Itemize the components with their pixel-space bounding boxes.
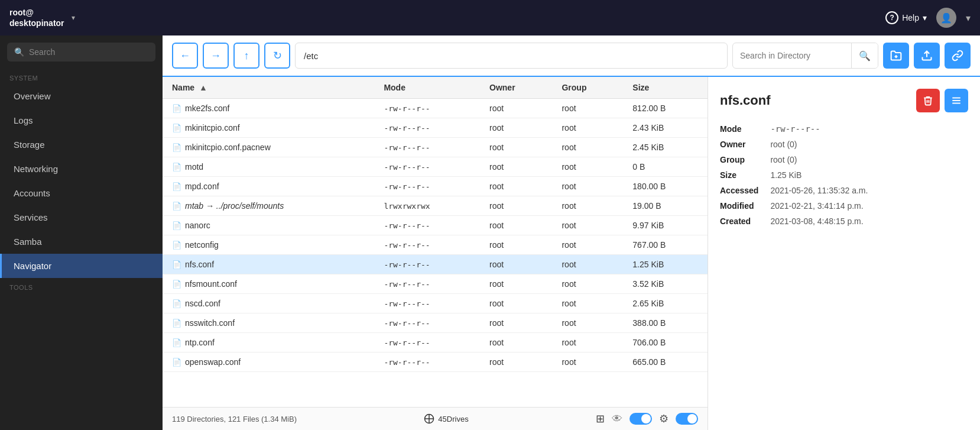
col-size[interactable]: Size — [623, 77, 708, 99]
table-row[interactable]: 📄nsswitch.conf -rw-r--r-- root root 388.… — [163, 313, 708, 333]
services-label: Services — [14, 212, 48, 222]
sidebar-item-navigator[interactable]: Navigator — [0, 254, 163, 278]
upload-button[interactable] — [914, 43, 940, 69]
cell-group: root — [552, 99, 623, 118]
cell-mode: -rw-r--r-- — [374, 274, 480, 294]
settings-toggle[interactable] — [676, 413, 698, 425]
table-row[interactable]: 📄mke2fs.conf -rw-r--r-- root root 812.00… — [163, 99, 708, 118]
file-icon: 📄 — [172, 358, 181, 367]
help-button[interactable]: ? Help ▾ — [885, 11, 927, 24]
col-mode[interactable]: Mode — [374, 77, 480, 99]
table-row[interactable]: 📄mkinitcpio.conf -rw-r--r-- root root 2.… — [163, 118, 708, 138]
table-row[interactable]: 📄nfsmount.conf -rw-r--r-- root root 3.52… — [163, 274, 708, 294]
upload-icon — [921, 50, 933, 62]
refresh-button[interactable]: ↻ — [264, 43, 290, 69]
delete-button[interactable] — [916, 89, 940, 112]
cell-mode: -rw-r--r-- — [374, 353, 480, 372]
cell-group: root — [552, 294, 623, 313]
cell-mode: -rw-r--r-- — [374, 99, 480, 118]
file-table: Name ▲ Mode Owner Group Size 📄mke2fs.con… — [163, 77, 708, 407]
topbar-username: root@ — [9, 7, 64, 18]
avatar-icon: 👤 — [940, 12, 952, 24]
cell-size: 2.45 KiB — [623, 138, 708, 157]
cell-name: 📄nanorc — [163, 216, 374, 235]
topbar-brand: root@ desktopinator — [9, 7, 64, 28]
networking-label: Networking — [14, 164, 58, 174]
file-icon: 📄 — [172, 221, 181, 230]
cell-mode: -rw-r--r-- — [374, 235, 480, 255]
table-row[interactable]: 📄mtab → ../proc/self/mounts lrwxrwxrwx r… — [163, 196, 708, 216]
status-bar: 119 Directories, 121 Files (1.34 MiB) 45… — [163, 407, 708, 430]
file-icon: 📄 — [172, 143, 181, 152]
col-name[interactable]: Name ▲ — [163, 77, 374, 99]
eye-slash-icon[interactable]: 👁 — [612, 413, 622, 425]
table-row[interactable]: 📄nanorc -rw-r--r-- root root 9.97 KiB — [163, 216, 708, 235]
edit-button[interactable] — [945, 89, 968, 112]
col-owner[interactable]: Owner — [480, 77, 552, 99]
sidebar-item-storage[interactable]: Storage — [0, 132, 163, 157]
up-button[interactable]: ↑ — [233, 43, 259, 69]
cell-mode: -rw-r--r-- — [374, 294, 480, 313]
file-icon: 📄 — [172, 124, 181, 132]
table-row[interactable]: 📄ntp.conf -rw-r--r-- root root 706.00 B — [163, 333, 708, 353]
sidebar-search-wrapper[interactable]: 🔍 — [7, 43, 155, 62]
detail-accessed-value: 2021-05-26, 11:35:32 a.m. — [770, 186, 968, 195]
col-group[interactable]: Group — [552, 77, 623, 99]
search-directory-button[interactable]: 🔍 — [851, 43, 878, 68]
topbar-hostname: desktopinator — [9, 18, 64, 28]
cell-group: root — [552, 196, 623, 216]
search-directory-input[interactable] — [733, 51, 851, 60]
cell-name: 📄netconfig — [163, 235, 374, 255]
sidebar-item-logs[interactable]: Logs — [0, 108, 163, 132]
back-button[interactable]: ← — [172, 43, 198, 69]
sidebar-search-icon: 🔍 — [14, 47, 24, 57]
path-input[interactable] — [295, 43, 728, 69]
hidden-files-toggle[interactable] — [629, 413, 652, 425]
sidebar-item-services[interactable]: Services — [0, 205, 163, 229]
file-icon: 📄 — [172, 241, 181, 250]
sidebar-item-accounts[interactable]: Accounts — [0, 181, 163, 205]
cell-size: 2.65 KiB — [623, 294, 708, 313]
file-icon: 📄 — [172, 163, 181, 172]
table-row[interactable]: 📄nscd.conf -rw-r--r-- root root 2.65 KiB — [163, 294, 708, 313]
detail-accessed-label: Accessed — [720, 186, 758, 195]
grid-view-icon[interactable]: ⊞ — [596, 412, 605, 425]
sidebar-item-networking[interactable]: Networking — [0, 157, 163, 181]
search-directory-wrapper: 🔍 — [732, 43, 878, 69]
overview-label: Overview — [14, 91, 51, 101]
detail-header-actions — [916, 89, 968, 112]
user-avatar[interactable]: 👤 — [936, 8, 956, 28]
file-name: nsswitch.conf — [185, 318, 235, 328]
logs-label: Logs — [14, 115, 33, 125]
table-row[interactable]: 📄mkinitcpio.conf.pacnew -rw-r--r-- root … — [163, 138, 708, 157]
table-row[interactable]: 📄openswap.conf -rw-r--r-- root root 665.… — [163, 353, 708, 372]
table-row[interactable]: 📄motd -rw-r--r-- root root 0 B — [163, 157, 708, 177]
cell-owner: root — [480, 157, 552, 177]
detail-size-value: 1.25 KiB — [770, 170, 968, 180]
cell-owner: root — [480, 235, 552, 255]
detail-header: nfs.conf — [720, 89, 968, 112]
sidebar: 🔍 System Overview Logs Storage Networkin… — [0, 35, 163, 430]
cell-owner: root — [480, 294, 552, 313]
topbar-chevron-icon[interactable]: ▾ — [72, 14, 75, 22]
table-row[interactable]: 📄mpd.conf -rw-r--r-- root root 180.00 B — [163, 177, 708, 196]
forward-button[interactable]: → — [203, 43, 229, 69]
new-folder-button[interactable] — [883, 43, 909, 69]
table-row[interactable]: 📄netconfig -rw-r--r-- root root 767.00 B — [163, 235, 708, 255]
cell-name: 📄nsswitch.conf — [163, 313, 374, 333]
cell-mode: -rw-r--r-- — [374, 255, 480, 274]
sidebar-item-overview[interactable]: Overview — [0, 84, 163, 108]
file-icon: 📄 — [172, 299, 181, 308]
table-row[interactable]: 📄nfs.conf -rw-r--r-- root root 1.25 KiB — [163, 255, 708, 274]
user-chevron-icon[interactable]: ▾ — [966, 12, 971, 24]
settings-icon[interactable]: ⚙ — [659, 412, 669, 425]
link-button[interactable] — [945, 43, 971, 69]
topbar-left: root@ desktopinator ▾ — [9, 7, 75, 28]
file-name: netconfig — [185, 240, 219, 250]
sidebar-item-samba[interactable]: Samba — [0, 229, 163, 254]
cell-name: 📄nscd.conf — [163, 294, 374, 313]
cell-size: 767.00 B — [623, 235, 708, 255]
cell-mode: lrwxrwxrwx — [374, 196, 480, 216]
cell-size: 706.00 B — [623, 333, 708, 353]
sidebar-search-input[interactable] — [29, 47, 148, 57]
